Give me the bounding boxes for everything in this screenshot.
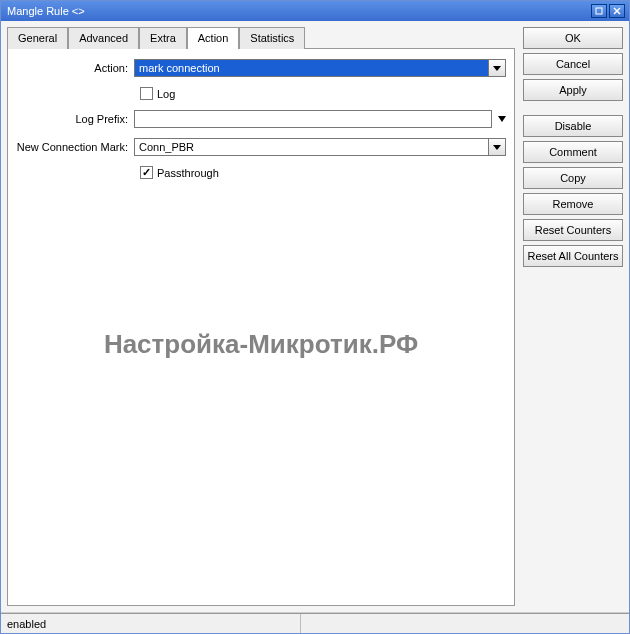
passthrough-checkbox-label: Passthrough: [157, 167, 219, 179]
dropdown-icon: [493, 145, 501, 150]
status-empty: [301, 614, 629, 633]
log-prefix-label: Log Prefix:: [16, 113, 134, 125]
svg-rect-0: [596, 8, 602, 14]
log-checkbox-label: Log: [157, 88, 175, 100]
action-input[interactable]: mark connection: [134, 59, 488, 77]
disable-button[interactable]: Disable: [523, 115, 623, 137]
log-prefix-dropdown-icon[interactable]: [498, 116, 506, 122]
window-body: General Advanced Extra Action Statistics…: [1, 21, 629, 613]
reset-counters-button[interactable]: Reset Counters: [523, 219, 623, 241]
watermark-text: Настройка-Микротик.РФ: [8, 329, 514, 360]
tab-general[interactable]: General: [7, 27, 68, 49]
apply-button[interactable]: Apply: [523, 79, 623, 101]
tab-extra[interactable]: Extra: [139, 27, 187, 49]
main-column: General Advanced Extra Action Statistics…: [7, 27, 515, 606]
row-log: Log: [140, 87, 506, 100]
comment-button[interactable]: Comment: [523, 141, 623, 163]
new-conn-mark-dropdown-button[interactable]: [488, 138, 506, 156]
tab-panel-action: Action: mark connection Log: [7, 48, 515, 606]
cancel-button[interactable]: Cancel: [523, 53, 623, 75]
passthrough-checkbox[interactable]: ✓: [140, 166, 153, 179]
action-label: Action:: [16, 62, 134, 74]
row-new-conn-mark: New Connection Mark: Conn_PBR: [16, 138, 506, 156]
status-bar: enabled: [1, 613, 629, 633]
row-passthrough: ✓ Passthrough: [140, 166, 506, 179]
new-conn-mark-label: New Connection Mark:: [16, 141, 134, 153]
log-prefix-input[interactable]: [134, 110, 492, 128]
window-title: Mangle Rule <>: [7, 5, 589, 17]
tab-statistics[interactable]: Statistics: [239, 27, 305, 49]
action-dropdown-button[interactable]: [488, 59, 506, 77]
dropdown-icon: [493, 66, 501, 71]
titlebar: Mangle Rule <>: [1, 1, 629, 21]
tab-advanced[interactable]: Advanced: [68, 27, 139, 49]
close-button[interactable]: [609, 4, 625, 18]
tab-action[interactable]: Action: [187, 27, 240, 49]
copy-button[interactable]: Copy: [523, 167, 623, 189]
log-checkbox[interactable]: [140, 87, 153, 100]
status-state: enabled: [1, 614, 301, 633]
row-log-prefix: Log Prefix:: [16, 110, 506, 128]
action-combo[interactable]: mark connection: [134, 59, 506, 77]
ok-button[interactable]: OK: [523, 27, 623, 49]
new-conn-mark-combo[interactable]: Conn_PBR: [134, 138, 506, 156]
minimize-button[interactable]: [591, 4, 607, 18]
button-sidebar: OK Cancel Apply Disable Comment Copy Rem…: [523, 27, 623, 606]
reset-all-counters-button[interactable]: Reset All Counters: [523, 245, 623, 267]
new-conn-mark-input[interactable]: Conn_PBR: [134, 138, 488, 156]
remove-button[interactable]: Remove: [523, 193, 623, 215]
row-action: Action: mark connection: [16, 59, 506, 77]
mangle-rule-window: Mangle Rule <> General Advanced Extra Ac…: [0, 0, 630, 634]
tab-strip: General Advanced Extra Action Statistics: [7, 27, 515, 49]
